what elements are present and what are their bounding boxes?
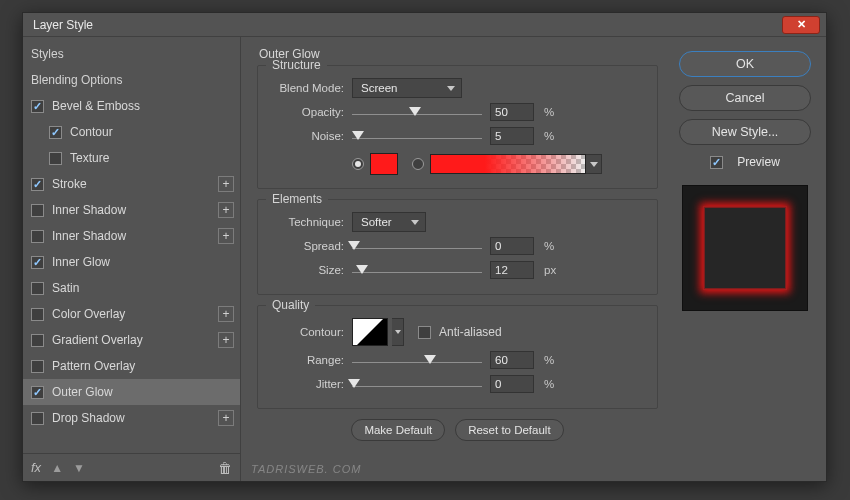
style-checkbox[interactable] xyxy=(31,360,44,373)
style-item-outer-glow[interactable]: Outer Glow xyxy=(23,379,240,405)
range-slider[interactable] xyxy=(352,352,482,368)
style-item-label: Contour xyxy=(70,125,113,139)
antialiased-checkbox[interactable] xyxy=(418,326,431,339)
contour-swatch[interactable] xyxy=(352,318,388,346)
style-item-label: Inner Glow xyxy=(52,255,110,269)
glow-color-radio[interactable] xyxy=(352,158,364,170)
technique-label: Technique: xyxy=(270,216,352,228)
style-checkbox[interactable] xyxy=(49,152,62,165)
styles-sidebar: Styles Blending Options Bevel & EmbossCo… xyxy=(23,37,241,481)
style-item-drop-shadow[interactable]: Drop Shadow+ xyxy=(23,405,240,431)
right-column: OK Cancel New Style... Preview xyxy=(674,37,826,481)
make-default-button[interactable]: Make Default xyxy=(351,419,445,441)
styles-header[interactable]: Styles xyxy=(23,41,240,67)
elements-group-title: Elements xyxy=(266,192,328,206)
size-input[interactable]: 12 xyxy=(490,261,534,279)
new-style-button[interactable]: New Style... xyxy=(679,119,811,145)
style-item-bevel-emboss[interactable]: Bevel & Emboss xyxy=(23,93,240,119)
style-checkbox[interactable] xyxy=(49,126,62,139)
style-checkbox[interactable] xyxy=(31,386,44,399)
style-item-label: Outer Glow xyxy=(52,385,113,399)
preview-swatch xyxy=(703,206,787,290)
add-effect-icon[interactable]: + xyxy=(218,410,234,426)
glow-gradient-radio[interactable] xyxy=(412,158,424,170)
style-item-contour[interactable]: Contour xyxy=(23,119,240,145)
size-slider[interactable] xyxy=(352,262,482,278)
style-checkbox[interactable] xyxy=(31,100,44,113)
style-item-label: Color Overlay xyxy=(52,307,125,321)
size-label: Size: xyxy=(270,264,352,276)
reset-default-button[interactable]: Reset to Default xyxy=(455,419,563,441)
glow-color-swatch[interactable] xyxy=(370,153,398,175)
range-label: Range: xyxy=(270,354,352,366)
ok-button[interactable]: OK xyxy=(679,51,811,77)
quality-group-title: Quality xyxy=(266,298,315,312)
add-effect-icon[interactable]: + xyxy=(218,176,234,192)
style-item-label: Bevel & Emboss xyxy=(52,99,140,113)
style-checkbox[interactable] xyxy=(31,256,44,269)
style-checkbox[interactable] xyxy=(31,412,44,425)
style-item-inner-glow[interactable]: Inner Glow xyxy=(23,249,240,275)
style-item-inner-shadow[interactable]: Inner Shadow+ xyxy=(23,223,240,249)
jitter-slider[interactable] xyxy=(352,376,482,392)
noise-slider[interactable] xyxy=(352,128,482,144)
glow-gradient-dropdown[interactable] xyxy=(586,154,602,174)
blend-mode-label: Blend Mode: xyxy=(270,82,352,94)
window-title: Layer Style xyxy=(33,18,93,32)
add-effect-icon[interactable]: + xyxy=(218,332,234,348)
preview-checkbox-row[interactable]: Preview xyxy=(710,155,780,169)
trash-icon[interactable]: 🗑 xyxy=(218,460,232,476)
move-up-icon[interactable]: ▲ xyxy=(51,461,63,475)
technique-select[interactable]: Softer xyxy=(352,212,426,232)
cancel-button[interactable]: Cancel xyxy=(679,85,811,111)
default-buttons-row: Make Default Reset to Default xyxy=(257,419,658,441)
watermark: TADRISWEB. COM xyxy=(251,463,361,475)
add-effect-icon[interactable]: + xyxy=(218,228,234,244)
style-item-label: Pattern Overlay xyxy=(52,359,135,373)
add-effect-icon[interactable]: + xyxy=(218,202,234,218)
jitter-input[interactable]: 0 xyxy=(490,375,534,393)
style-checkbox[interactable] xyxy=(31,230,44,243)
close-button[interactable]: ✕ xyxy=(782,16,820,34)
antialiased-label: Anti-aliased xyxy=(439,325,502,339)
style-item-stroke[interactable]: Stroke+ xyxy=(23,171,240,197)
structure-group-title: Structure xyxy=(266,58,327,72)
style-item-satin[interactable]: Satin xyxy=(23,275,240,301)
style-checkbox[interactable] xyxy=(31,204,44,217)
opacity-input[interactable]: 50 xyxy=(490,103,534,121)
opacity-slider[interactable] xyxy=(352,104,482,120)
add-effect-icon[interactable]: + xyxy=(218,306,234,322)
glow-gradient-swatch[interactable] xyxy=(430,154,586,174)
preview-label: Preview xyxy=(737,155,780,169)
move-down-icon[interactable]: ▼ xyxy=(73,461,85,475)
preview-checkbox[interactable] xyxy=(710,156,723,169)
style-item-label: Stroke xyxy=(52,177,87,191)
range-input[interactable]: 60 xyxy=(490,351,534,369)
settings-panel: Outer Glow Structure Blend Mode: Screen … xyxy=(241,37,674,481)
style-item-label: Texture xyxy=(70,151,109,165)
jitter-label: Jitter: xyxy=(270,378,352,390)
contour-label: Contour: xyxy=(270,326,352,338)
preview-box xyxy=(682,185,808,311)
style-checkbox[interactable] xyxy=(31,308,44,321)
style-item-texture[interactable]: Texture xyxy=(23,145,240,171)
noise-input[interactable]: 5 xyxy=(490,127,534,145)
style-item-gradient-overlay[interactable]: Gradient Overlay+ xyxy=(23,327,240,353)
style-item-color-overlay[interactable]: Color Overlay+ xyxy=(23,301,240,327)
style-item-label: Satin xyxy=(52,281,79,295)
fx-menu[interactable]: fx xyxy=(31,460,41,475)
style-checkbox[interactable] xyxy=(31,178,44,191)
contour-dropdown[interactable] xyxy=(392,318,404,346)
noise-unit: % xyxy=(544,130,564,142)
style-item-inner-shadow[interactable]: Inner Shadow+ xyxy=(23,197,240,223)
spread-input[interactable]: 0 xyxy=(490,237,534,255)
style-item-pattern-overlay[interactable]: Pattern Overlay xyxy=(23,353,240,379)
blend-mode-select[interactable]: Screen xyxy=(352,78,462,98)
blending-options[interactable]: Blending Options xyxy=(23,67,240,93)
style-checkbox[interactable] xyxy=(31,334,44,347)
elements-group: Elements Technique: Softer Spread: 0 % S… xyxy=(257,199,658,295)
range-unit: % xyxy=(544,354,564,366)
titlebar[interactable]: Layer Style ✕ xyxy=(23,13,826,37)
style-checkbox[interactable] xyxy=(31,282,44,295)
spread-slider[interactable] xyxy=(352,238,482,254)
